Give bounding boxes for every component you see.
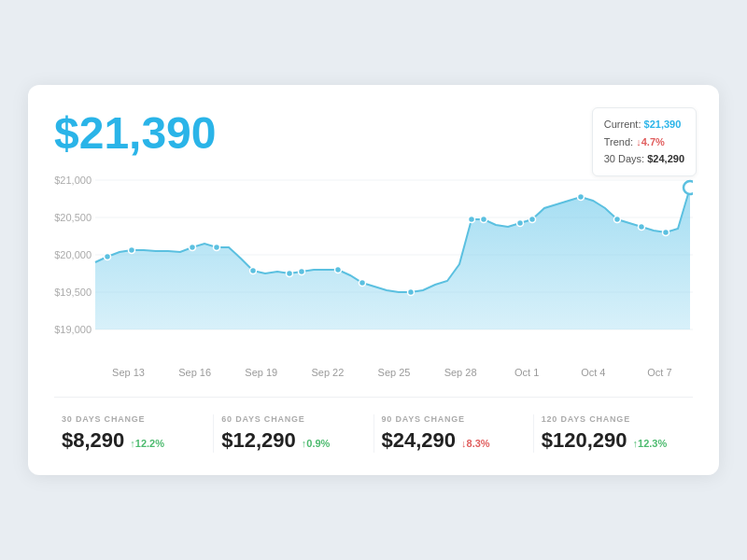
- svg-text:$20,500: $20,500: [54, 212, 92, 223]
- stat-change-3: ↑12.3%: [633, 438, 668, 449]
- svg-marker-10: [95, 188, 690, 329]
- legend-trend-label: Trend:: [604, 136, 633, 147]
- stat-item-0: 30 Days Change $8,290 ↑12.2%: [54, 414, 214, 453]
- svg-point-20: [408, 289, 415, 296]
- svg-point-29: [684, 181, 693, 194]
- x-label-sep19: Sep 19: [228, 367, 294, 378]
- stat-label-3: 120 Days Change: [542, 414, 685, 424]
- stat-row-1: $12,290 ↑0.9%: [221, 428, 365, 453]
- stat-item-1: 60 Days Change $12,290 ↑0.9%: [214, 414, 374, 453]
- svg-point-26: [614, 217, 621, 223]
- svg-point-13: [190, 245, 196, 251]
- stat-value-1: $12,290: [221, 428, 296, 453]
- svg-point-24: [529, 217, 536, 223]
- divider: [54, 397, 693, 398]
- stat-row-0: $8,290 ↑12.2%: [62, 428, 205, 453]
- stats-row: 30 Days Change $8,290 ↑12.2% 60 Days Cha…: [54, 414, 693, 453]
- legend-trend-value: ↓4.7%: [636, 136, 665, 147]
- chart-area: $21,000 $20,500 $20,000 $19,500 $19,000: [54, 171, 693, 357]
- svg-text:$19,000: $19,000: [54, 324, 92, 335]
- stat-label-2: 90 Days Change: [382, 414, 526, 424]
- svg-point-25: [578, 194, 585, 201]
- svg-text:$19,500: $19,500: [54, 287, 92, 298]
- svg-point-15: [250, 268, 257, 274]
- svg-text:$21,000: $21,000: [54, 175, 92, 186]
- stat-row-2: $24,290 ↓8.3%: [382, 428, 526, 453]
- svg-point-22: [481, 217, 487, 223]
- x-label-sep22: Sep 22: [294, 367, 360, 378]
- x-label-oct4: Oct 4: [560, 367, 627, 378]
- x-axis: Sep 13 Sep 16 Sep 19 Sep 22 Sep 25 Sep 2…: [54, 361, 693, 378]
- stat-row-3: $120,290 ↑12.3%: [542, 428, 685, 453]
- x-label-oct7: Oct 7: [627, 367, 693, 378]
- legend-current-label: Current:: [604, 119, 641, 130]
- x-label-sep25: Sep 25: [360, 367, 427, 378]
- stat-value-2: $24,290: [382, 428, 457, 453]
- svg-point-19: [359, 280, 366, 287]
- stat-change-1: ↑0.9%: [302, 438, 331, 449]
- stat-label-1: 60 Days Change: [221, 414, 365, 424]
- svg-point-27: [639, 224, 645, 231]
- svg-text:$20,000: $20,000: [54, 249, 92, 260]
- stat-label-0: 30 Days Change: [62, 414, 205, 424]
- stat-item-3: 120 Days Change $120,290 ↑12.3%: [534, 414, 693, 453]
- svg-point-17: [299, 269, 305, 275]
- stat-value-3: $120,290: [542, 428, 627, 453]
- x-label-sep28: Sep 28: [428, 367, 494, 378]
- legend-trend-row: Trend: ↓4.7%: [604, 133, 684, 151]
- svg-point-28: [663, 230, 669, 236]
- x-label-oct1: Oct 1: [494, 367, 560, 378]
- main-card: $21,390 Current: $21,390 Trend: ↓4.7% 30…: [28, 85, 719, 475]
- x-label-sep16: Sep 16: [162, 367, 228, 378]
- x-label-sep13: Sep 13: [95, 367, 162, 378]
- legend-days-value: $24,290: [647, 153, 684, 164]
- svg-point-18: [335, 267, 342, 273]
- svg-point-14: [214, 245, 220, 251]
- chart-svg: $21,000 $20,500 $20,000 $19,500 $19,000: [54, 171, 693, 357]
- svg-point-12: [129, 247, 135, 254]
- legend-box: Current: $21,390 Trend: ↓4.7% 30 Days: $…: [592, 107, 697, 176]
- stat-value-0: $8,290: [62, 428, 124, 453]
- legend-current-value: $21,390: [644, 119, 682, 130]
- legend-current-row: Current: $21,390: [604, 116, 684, 133]
- stat-change-2: ↓8.3%: [461, 438, 490, 449]
- svg-point-21: [469, 217, 475, 223]
- legend-days-label: 30 Days:: [604, 153, 644, 164]
- stat-change-0: ↑12.2%: [130, 438, 164, 449]
- stat-item-2: 90 Days Change $24,290 ↓8.3%: [374, 414, 534, 453]
- legend-days-row: 30 Days: $24,290: [604, 150, 684, 168]
- svg-point-11: [105, 254, 111, 260]
- svg-point-23: [517, 220, 524, 227]
- svg-point-16: [287, 271, 293, 277]
